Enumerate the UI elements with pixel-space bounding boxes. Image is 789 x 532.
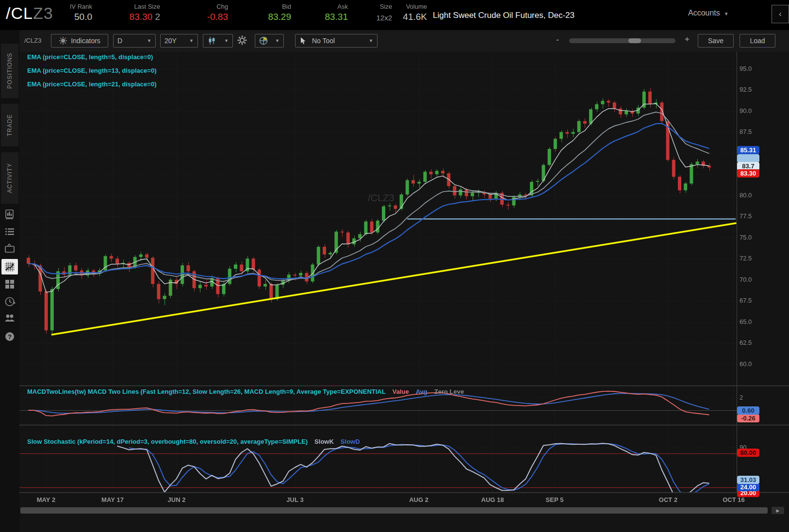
axis-bubble-last-price: 83.30 xyxy=(737,169,759,177)
stoch-legend-slowk: SlowK xyxy=(314,438,334,445)
dashboard-icon[interactable] xyxy=(4,278,16,290)
trading-app-window: /CLZ3 IV Rank 50.0 Last Size 83.30 2 Chg… xyxy=(0,0,789,532)
chart-toolbar: /CLZ3 Indicators D▼ 20Y▼ ▼ xyxy=(19,30,789,52)
stat-chg: Chg -0.83 xyxy=(184,3,228,22)
drawing-tool-dropdown[interactable]: No Tool ▼ xyxy=(295,34,378,48)
axis-bubble-macd-avg: 0.60 xyxy=(737,406,759,415)
study-label-ema21[interactable]: EMA (price=CLOSE, length=21, displace=0) xyxy=(27,81,156,88)
candlestick-style-icon xyxy=(207,36,216,45)
range-dropdown[interactable]: 20Y▼ xyxy=(160,34,198,48)
collapse-panel-button[interactable]: ‹ xyxy=(772,5,789,23)
zoom-slider[interactable] xyxy=(569,38,675,43)
right-arrow-icon: ▶ xyxy=(776,508,780,513)
instrument-title: Light Sweet Crude Oil Futures, Dec-23 xyxy=(433,11,575,20)
chevron-down-icon: ▼ xyxy=(147,38,151,43)
stoch-legend-slowd: SlowD xyxy=(341,438,360,445)
people-icon[interactable] xyxy=(4,312,16,324)
sidebar-tab-positions[interactable]: POSITIONS xyxy=(1,44,18,98)
quote-header: /CLZ3 IV Rank 50.0 Last Size 83.30 2 Chg… xyxy=(0,0,789,30)
cursor-icon xyxy=(299,37,307,45)
chart-type-dropdown[interactable]: ▼ xyxy=(203,34,233,48)
zoom-out-button[interactable]: - xyxy=(556,35,559,45)
stat-ask: Ask 83.31 xyxy=(306,3,348,22)
sidebar-tab-trade[interactable]: TRADE xyxy=(1,104,18,146)
chevron-down-icon: ▼ xyxy=(275,38,279,43)
study-label-ema5[interactable]: EMA (price=CLOSE, length=5, displace=0) xyxy=(27,53,153,61)
layout-grid-dropdown[interactable]: ▼ xyxy=(255,34,284,48)
watchlist-icon[interactable] xyxy=(4,226,16,238)
tv-icon[interactable] xyxy=(4,242,16,254)
chevron-down-icon: ▼ xyxy=(224,38,229,43)
study-label-macd[interactable]: MACDTwoLines(tw) MACD Two Lines (Fast Le… xyxy=(27,388,464,395)
stat-size: Size 12x2 xyxy=(359,3,392,22)
macd-legend-avg: Avg xyxy=(416,388,427,395)
axis-bubble-macd-value: -0.26 xyxy=(737,414,759,422)
stat-volume: Volume 41.6K xyxy=(388,3,427,22)
stat-last-size: Last Size 83.30 2 xyxy=(102,3,160,22)
load-button[interactable]: Load xyxy=(740,34,775,48)
indicators-icon xyxy=(59,36,67,45)
save-button[interactable]: Save xyxy=(698,34,734,48)
study-label-ema13[interactable]: EMA (price=CLOSE, length=13, displace=0) xyxy=(27,67,156,74)
time-scrollbar[interactable] xyxy=(20,507,768,514)
chevron-down-icon: ▼ xyxy=(189,38,194,43)
indicators-button[interactable]: Indicators xyxy=(51,34,108,48)
timeframe-dropdown[interactable]: D▼ xyxy=(113,34,156,48)
grid-layout-icon xyxy=(259,36,268,45)
axis-bubble-slowd: 24.00 xyxy=(737,483,759,491)
axis-bubble-overbought: 80.00 xyxy=(737,449,759,457)
report-icon[interactable] xyxy=(4,209,16,220)
macd-legend-zero: Zero Leve xyxy=(434,388,464,395)
zoom-slider-thumb[interactable] xyxy=(628,38,641,43)
stat-bid: Bid 83.29 xyxy=(247,3,291,22)
price-chart-canvas[interactable] xyxy=(19,52,789,504)
left-sidebar: POSITIONS TRADE ACTIVITY ? xyxy=(0,30,19,532)
charts-icon[interactable] xyxy=(1,259,18,274)
help-icon[interactable]: ? xyxy=(4,331,16,342)
history-icon[interactable] xyxy=(4,296,16,307)
macd-legend-value: Value xyxy=(393,388,409,395)
symbol-title: /CLZ3 xyxy=(6,4,53,23)
chevron-down-icon: ▼ xyxy=(724,11,729,16)
symbol-input[interactable]: /CLZ3 xyxy=(24,37,41,44)
sidebar-tab-activity[interactable]: ACTIVITY xyxy=(1,152,18,204)
study-label-stochastic[interactable]: Slow Stochastic (kPeriod=14, dPeriod=3, … xyxy=(27,438,360,445)
scroll-right-button[interactable]: ▶ xyxy=(772,507,784,514)
axis-bubble-slowk: 31.03 xyxy=(737,476,759,484)
svg-text:?: ? xyxy=(8,333,12,340)
chevron-down-icon: ▼ xyxy=(369,38,373,43)
chart-panel: /CLZ3 Indicators D▼ 20Y▼ ▼ xyxy=(19,30,789,532)
zoom-in-button[interactable]: + xyxy=(685,34,690,44)
chevron-left-icon: ‹ xyxy=(779,10,781,18)
stat-iv-rank: IV Rank 50.0 xyxy=(53,3,92,22)
accounts-dropdown[interactable]: Accounts▼ xyxy=(688,9,729,17)
settings-gear-icon[interactable] xyxy=(237,35,248,47)
axis-bubble-ema21: 85.31 xyxy=(737,146,759,154)
axis-bubble-ema13 xyxy=(737,154,759,162)
